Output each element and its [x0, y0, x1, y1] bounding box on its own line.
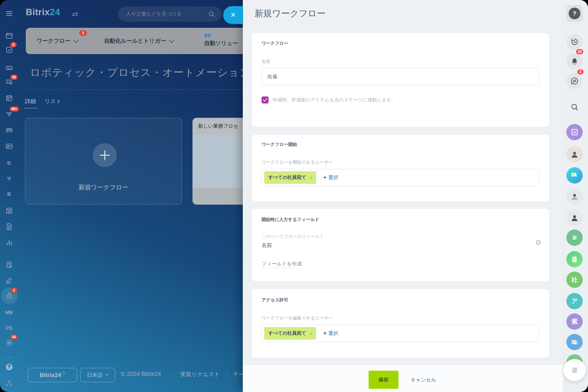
footer-link-theme[interactable]: テー	[233, 371, 244, 378]
tab-auto-solutions[interactable]: 自動ソリュー	[204, 30, 238, 56]
active-tab-underline	[25, 108, 37, 108]
sidebar-item-ps[interactable]: PS	[0, 325, 18, 331]
language-selector[interactable]: 日本語	[80, 368, 115, 382]
view-tab-details[interactable]: 詳細	[25, 98, 36, 105]
footer-logo-button[interactable]: Bitrix24	[28, 368, 77, 382]
view-tab-list[interactable]: リスト	[44, 98, 61, 105]
panel-close-button[interactable]: ✕	[223, 6, 243, 24]
sidebar-item-reports[interactable]	[4, 237, 14, 247]
help-button[interactable]: ?	[566, 5, 583, 22]
language-label: 日本語	[87, 372, 103, 379]
sidebar-item-store[interactable]	[4, 205, 14, 216]
rail-a-app[interactable]: ア	[566, 293, 583, 309]
sidebar: 5 26 99+ セ マ B	[0, 0, 23, 392]
select-link-label: 選択	[328, 174, 338, 181]
footer-separator	[227, 370, 227, 379]
remove-tag-icon[interactable]: x	[310, 175, 312, 180]
chevron-down-icon	[73, 37, 78, 43]
new-workflow-card[interactable]: 新規ワークフロー	[25, 118, 182, 205]
sidebar-item-b[interactable]: B	[0, 191, 18, 197]
sidebar-item-tasks[interactable]: 5	[4, 44, 14, 55]
create-field-link[interactable]: フィールドを作成	[262, 260, 302, 268]
user-tag: すべての社員宛て x	[264, 171, 316, 184]
sidebar-item-messenger[interactable]: 26	[4, 77, 14, 87]
footer-logo-label: Bitrix24	[40, 372, 61, 379]
hamburger-menu-icon[interactable]	[4, 8, 14, 19]
sidebar-item-se[interactable]: セ	[0, 159, 18, 166]
rail-list-app[interactable]	[566, 229, 583, 246]
new-workflow-panel: 新規ワークフロー ワークフロー 名前 作成時、作成後のアイテムを次のステージに移…	[243, 0, 563, 392]
history-button[interactable]	[566, 34, 583, 50]
tab-workflow[interactable]: ワークフロー	[37, 28, 78, 54]
logo-part2: 24	[50, 7, 60, 17]
rail-chat-app[interactable]	[566, 167, 583, 184]
menu-lines-icon	[570, 366, 579, 374]
purple-glyph: 紫	[572, 317, 578, 326]
settings-sliders-icon[interactable]	[71, 11, 79, 19]
gear-icon[interactable]: ⚙	[535, 239, 541, 247]
sidebar-item-calendar[interactable]	[4, 93, 14, 103]
sidebar-item-documents[interactable]	[4, 221, 14, 232]
sidebar-item-mb[interactable]: MB	[0, 310, 18, 316]
sidebar-item-drive[interactable]	[4, 63, 14, 73]
avatar[interactable]	[566, 188, 583, 205]
sidebar-item-workflows[interactable]	[4, 259, 14, 270]
field-name-value[interactable]: 名前	[262, 242, 539, 249]
rail-search-button[interactable]	[566, 99, 583, 115]
sidebar-help-icon[interactable]: ?	[4, 362, 14, 372]
search-icon	[570, 103, 579, 111]
list-lines-icon	[570, 233, 579, 242]
rail-tasks-app[interactable]	[566, 124, 583, 140]
avatar[interactable]	[566, 210, 583, 226]
section-workflow-start: ワークフロー開始 ワークフローを開始できるユーザー すべての社員宛て x + 選…	[252, 134, 549, 202]
save-button[interactable]: 保存	[369, 371, 398, 389]
sidebar-item-employees[interactable]	[4, 125, 14, 135]
sidebar-item-copilot[interactable]: 2	[4, 291, 14, 301]
chevron-down-icon	[169, 37, 174, 43]
page-title: ロボティック・プロセス・オートメーション	[30, 65, 243, 80]
start-users-select[interactable]: すべての社員宛て x + 選択	[262, 169, 539, 186]
plus-icon: +	[323, 330, 327, 337]
bitrix24-logo[interactable]: Bitrix24	[26, 7, 60, 18]
business-process-card-image	[192, 134, 243, 188]
person-avatar	[570, 192, 579, 201]
edit-users-select[interactable]: すべての社員宛て x + 選択	[262, 325, 539, 342]
search-input[interactable]	[118, 11, 208, 17]
sidebar-item-feed[interactable]	[4, 30, 14, 41]
quick-menu-button[interactable]	[563, 359, 586, 381]
sidebar-item-sign[interactable]	[4, 275, 14, 285]
sidebar-item-ma[interactable]: マ	[0, 175, 18, 182]
rail-purple-app[interactable]: 紫	[566, 313, 583, 330]
select-user-link[interactable]: + 選択	[323, 174, 338, 181]
footer-separator	[174, 370, 174, 379]
business-process-card[interactable]: 新しい業務プロセ	[192, 118, 243, 205]
sidebar-more-chevron[interactable]: 54	[4, 337, 14, 348]
workflow-name-input[interactable]	[262, 68, 539, 85]
search-icon	[208, 11, 215, 18]
sidebar-item-crm[interactable]: 99+	[4, 109, 14, 119]
checkbox-checked-icon[interactable]	[262, 96, 269, 103]
rail-company-app[interactable]: 社	[566, 272, 583, 288]
close-icon: ✕	[230, 11, 236, 19]
select-user-link[interactable]: + 選択	[323, 330, 338, 337]
company-glyph: 社	[572, 276, 578, 284]
rail-news-app[interactable]	[566, 251, 583, 267]
chat-bubbles-icon	[570, 171, 579, 180]
title-divider	[25, 89, 243, 90]
tab-automation-rules[interactable]: 自動化ルールとトリガー	[104, 28, 173, 54]
rail-contacts-app[interactable]	[566, 334, 583, 350]
sidebar-item-contacts[interactable]	[4, 141, 14, 151]
edit-users-label: ワークフローを編集できるユーザー	[262, 315, 539, 321]
logo-part1: Bitrix	[26, 7, 50, 17]
remove-tag-icon[interactable]: x	[310, 331, 312, 336]
plus-icon: +	[323, 174, 327, 181]
sidebar-share-icon[interactable]	[4, 378, 14, 388]
footer-link-request[interactable]: 実装リクエスト	[180, 371, 220, 378]
move-stage-checkbox-row[interactable]: 作成時、作成後のアイテムを次のステージに移動します。	[262, 96, 539, 103]
section-workflow: ワークフロー 名前 作成時、作成後のアイテムを次のステージに移動します。	[252, 33, 549, 127]
cancel-button[interactable]: キャンセル	[405, 371, 441, 389]
avatar[interactable]	[566, 146, 583, 163]
notifications-badge: 26	[576, 49, 583, 54]
messenger-rail-button[interactable]	[566, 73, 583, 89]
notifications-button[interactable]	[566, 53, 583, 70]
